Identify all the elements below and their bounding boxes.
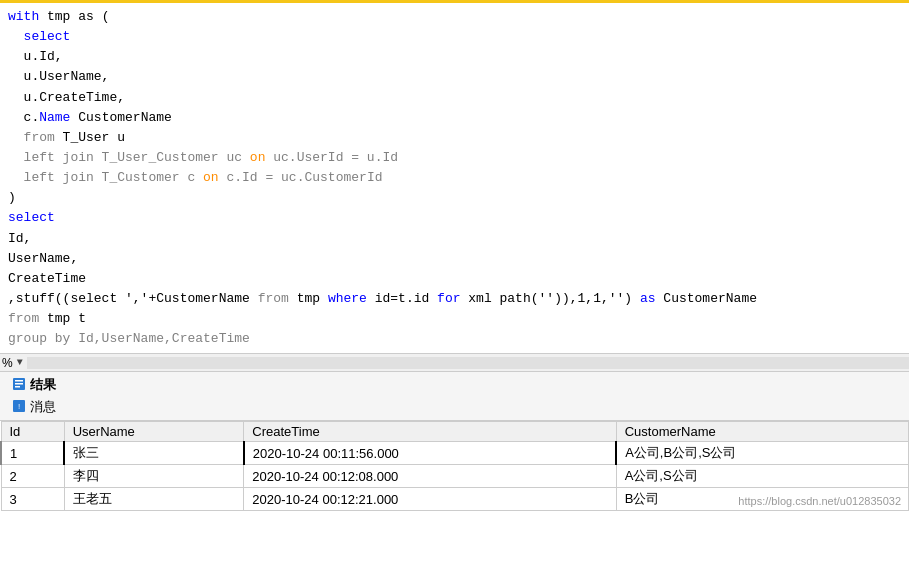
code-line: Id,: [8, 229, 901, 249]
code-line: select: [8, 27, 901, 47]
code-token: where: [328, 291, 367, 306]
tabs-bar: 结果!消息: [0, 372, 909, 421]
svg-rect-1: [15, 380, 23, 382]
code-token: CreateTime: [8, 271, 86, 286]
table-header-cell: CustomerName: [616, 422, 908, 442]
code-token: select: [8, 29, 70, 44]
code-token: c.: [8, 110, 39, 125]
zoom-percent: %: [2, 356, 13, 370]
table-header-cell: UserName: [64, 422, 244, 442]
tabs-container: 结果!消息: [4, 374, 64, 418]
table-header-cell: Id: [1, 422, 64, 442]
code-line: group by Id,UserName,CreateTime: [8, 329, 901, 349]
table-cell: 2020-10-24 00:12:21.000: [244, 488, 616, 511]
code-token: tmp: [289, 291, 328, 306]
code-token: on: [203, 170, 219, 185]
code-token: on: [250, 150, 266, 165]
code-content: with tmp as ( select u.Id, u.UserName, u…: [8, 7, 901, 349]
code-token: tmp t: [39, 311, 86, 326]
code-line: CreateTime: [8, 269, 901, 289]
table-header-cell: CreateTime: [244, 422, 616, 442]
code-token: uc.UserId = u.Id: [265, 150, 398, 165]
horizontal-scrollbar[interactable]: [27, 357, 909, 369]
code-token: Name: [39, 110, 70, 125]
scrollbar-row: % ▼: [0, 354, 909, 372]
code-line: c.Name CustomerName: [8, 108, 901, 128]
zoom-dropdown-icon: ▼: [17, 357, 23, 368]
table-header: IdUserNameCreateTimeCustomerName: [1, 422, 909, 442]
code-line: from T_User u: [8, 128, 901, 148]
code-editor: with tmp as ( select u.Id, u.UserName, u…: [0, 3, 909, 354]
table-cell: 2020-10-24 00:12:08.000: [244, 465, 616, 488]
blog-url: https://blog.csdn.net/u012835032: [738, 495, 901, 507]
table-cell: 2: [1, 465, 64, 488]
tab-icon: !: [12, 399, 26, 416]
code-line: UserName,: [8, 249, 901, 269]
code-token: ,stuff((select ','+CustomerName: [8, 291, 258, 306]
code-token: c.Id = uc.CustomerId: [219, 170, 383, 185]
code-token: CustomerName: [70, 110, 171, 125]
code-line: u.UserName,: [8, 67, 901, 87]
zoom-control[interactable]: % ▼: [2, 356, 23, 370]
code-token: with: [8, 9, 39, 24]
table-cell: 李四: [64, 465, 244, 488]
code-token: T_User u: [55, 130, 125, 145]
tab-label: 消息: [30, 398, 56, 416]
code-token: u.UserName,: [8, 69, 109, 84]
code-token: ): [8, 190, 16, 205]
code-token: xml path('')),1,1,''): [461, 291, 640, 306]
code-token: left join T_Customer c: [8, 170, 203, 185]
table-cell: A公司,S公司: [616, 465, 908, 488]
table-header-row: IdUserNameCreateTimeCustomerName: [1, 422, 909, 442]
table-cell: 3: [1, 488, 64, 511]
code-line: left join T_User_Customer uc on uc.UserI…: [8, 148, 901, 168]
code-line: u.CreateTime,: [8, 88, 901, 108]
code-token: tmp as (: [39, 9, 109, 24]
tab-label: 结果: [30, 376, 56, 394]
table-cell: 2020-10-24 00:11:56.000: [244, 442, 616, 465]
svg-text:!: !: [18, 402, 20, 411]
code-line: left join T_Customer c on c.Id = uc.Cust…: [8, 168, 901, 188]
code-token: from: [258, 291, 289, 306]
table-cell: 王老五: [64, 488, 244, 511]
code-token: select: [8, 210, 55, 225]
svg-rect-2: [15, 383, 23, 385]
table-cell: A公司,B公司,S公司: [616, 442, 908, 465]
table-cell: 张三: [64, 442, 244, 465]
tab-结果[interactable]: 结果: [4, 374, 64, 396]
code-line: with tmp as (: [8, 7, 901, 27]
code-token: from: [8, 311, 39, 326]
code-token: as: [640, 291, 656, 306]
code-line: ,stuff((select ','+CustomerName from tmp…: [8, 289, 901, 309]
table-row: 1张三2020-10-24 00:11:56.000A公司,B公司,S公司: [1, 442, 909, 465]
code-line: from tmp t: [8, 309, 901, 329]
tab-icon: [12, 377, 26, 394]
table-cell: 1: [1, 442, 64, 465]
code-token: group by Id,UserName,CreateTime: [8, 331, 250, 346]
code-token: id=t.id: [367, 291, 437, 306]
code-token: UserName,: [8, 251, 78, 266]
code-line: u.Id,: [8, 47, 901, 67]
code-token: CustomerName: [656, 291, 757, 306]
code-token: u.CreateTime,: [8, 90, 125, 105]
code-line: select: [8, 208, 901, 228]
svg-rect-3: [15, 386, 20, 388]
code-token: for: [437, 291, 460, 306]
code-token: u.Id,: [8, 49, 63, 64]
table-row: 2李四2020-10-24 00:12:08.000A公司,S公司: [1, 465, 909, 488]
code-token: Id,: [8, 231, 31, 246]
code-token: left join T_User_Customer uc: [8, 150, 250, 165]
code-line: ): [8, 188, 901, 208]
code-token: from: [8, 130, 55, 145]
tab-消息[interactable]: !消息: [4, 396, 64, 418]
